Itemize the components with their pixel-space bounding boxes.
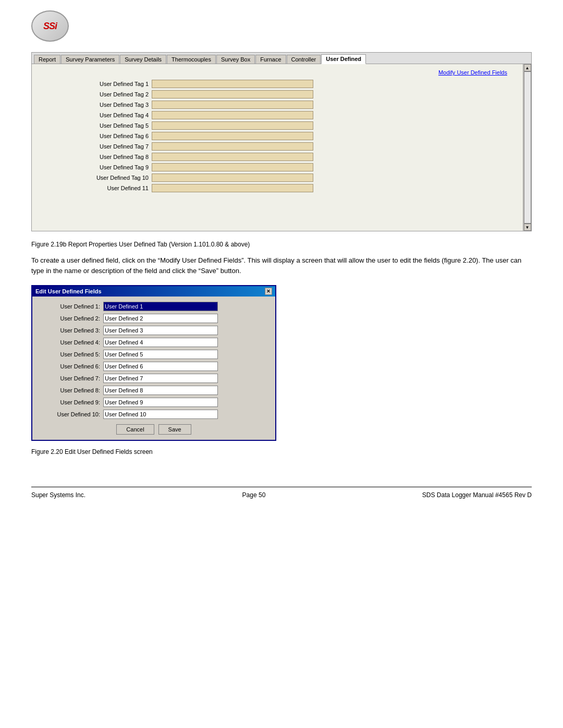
tab-survey-parameters[interactable]: Survey Parameters	[61, 55, 119, 64]
footer-right: SDS Data Logger Manual #4565 Rev D	[422, 491, 532, 499]
page-footer: Super Systems Inc. Page 50 SDS Data Logg…	[31, 487, 532, 499]
tab-user-defined[interactable]: User Defined	[321, 54, 366, 64]
tab-controller[interactable]: Controller	[287, 55, 321, 64]
footer-center: Page 50	[242, 491, 266, 499]
company-logo: SSi	[31, 10, 69, 42]
dialog-field-label-4: User Defined 4:	[41, 339, 103, 346]
dialog-body: User Defined 1:User Defined 2:User Defin…	[32, 297, 275, 440]
tab-field-input-11[interactable]	[152, 184, 313, 192]
scroll-track[interactable]	[524, 71, 531, 224]
dialog-field-row-9: User Defined 9:	[41, 398, 267, 407]
dialog-field-row-1: User Defined 1:	[41, 302, 267, 311]
dialog-field-input-5[interactable]	[103, 350, 218, 359]
tab-field-input-7[interactable]	[152, 142, 313, 151]
save-button[interactable]: Save	[158, 424, 191, 435]
dialog-fields-form: User Defined 1:User Defined 2:User Defin…	[41, 302, 267, 419]
tab-field-input-6[interactable]	[152, 132, 313, 140]
tab-field-row-6: User Defined Tag 6	[37, 132, 518, 140]
edit-user-defined-dialog: Edit User Defined Fields ✕ User Defined …	[31, 285, 276, 441]
cancel-button[interactable]: Cancel	[116, 424, 154, 435]
dialog-field-input-8[interactable]	[103, 386, 218, 395]
tab-field-label-10: User Defined Tag 10	[37, 175, 152, 181]
dialog-field-row-6: User Defined 6:	[41, 362, 267, 371]
figure-2-19b-caption: Figure 2.19b Report Properties User Defi…	[31, 241, 532, 248]
tab-field-row-3: User Defined Tag 3	[37, 101, 518, 109]
logo-area: SSi	[31, 10, 532, 42]
tab-survey-box[interactable]: Survey Box	[216, 55, 255, 64]
tab-content-user-defined: Modify User Defined Fields User Defined …	[32, 64, 531, 231]
tab-field-label-3: User Defined Tag 3	[37, 102, 152, 108]
dialog-field-row-3: User Defined 3:	[41, 326, 267, 335]
tab-field-input-4[interactable]	[152, 111, 313, 119]
dialog-field-label-6: User Defined 6:	[41, 363, 103, 369]
dialog-titlebar: Edit User Defined Fields ✕	[32, 286, 275, 297]
logo-text: SSi	[43, 21, 57, 32]
tab-field-label-7: User Defined Tag 7	[37, 143, 152, 150]
tab-field-label-8: User Defined Tag 8	[37, 154, 152, 160]
tab-field-label-1: User Defined Tag 1	[37, 81, 152, 87]
user-defined-fields-form: User Defined Tag 1User Defined Tag 2User…	[37, 80, 518, 192]
dialog-close-button[interactable]: ✕	[265, 288, 272, 295]
dialog-field-label-10: User Defined 10:	[41, 411, 103, 417]
tab-field-label-5: User Defined Tag 5	[37, 122, 152, 129]
dialog-field-label-7: User Defined 7:	[41, 375, 103, 381]
dialog-buttons: Cancel Save	[41, 424, 267, 435]
tab-report[interactable]: Report	[34, 55, 60, 64]
tab-field-row-8: User Defined Tag 8	[37, 153, 518, 161]
footer-left: Super Systems Inc.	[31, 491, 85, 499]
dialog-field-input-2[interactable]	[103, 314, 218, 323]
tab-field-row-4: User Defined Tag 4	[37, 111, 518, 119]
tab-field-input-3[interactable]	[152, 101, 313, 109]
tab-bar: ReportSurvey ParametersSurvey DetailsThe…	[32, 53, 531, 64]
modify-user-defined-fields-link[interactable]: Modify User Defined Fields	[37, 69, 507, 76]
dialog-field-row-4: User Defined 4:	[41, 338, 267, 347]
scroll-down-button[interactable]: ▼	[524, 224, 531, 231]
tab-field-row-5: User Defined Tag 5	[37, 121, 518, 130]
tab-field-row-9: User Defined Tag 9	[37, 163, 518, 171]
dialog-field-label-3: User Defined 3:	[41, 327, 103, 334]
tab-field-row-10: User Defined Tag 10	[37, 174, 518, 182]
dialog-field-row-7: User Defined 7:	[41, 374, 267, 383]
tab-field-label-2: User Defined Tag 2	[37, 91, 152, 97]
body-paragraph: To create a user defined field, click on…	[31, 255, 532, 276]
tab-field-input-10[interactable]	[152, 174, 313, 182]
dialog-field-input-6[interactable]	[103, 362, 218, 371]
tab-thermocouples[interactable]: Thermocouples	[167, 55, 216, 64]
scroll-up-button[interactable]: ▲	[524, 64, 531, 71]
tab-field-input-2[interactable]	[152, 90, 313, 98]
dialog-field-row-5: User Defined 5:	[41, 350, 267, 359]
tab-field-row-7: User Defined Tag 7	[37, 142, 518, 151]
tab-field-label-11: User Defined 11	[37, 185, 152, 191]
dialog-field-label-9: User Defined 9:	[41, 399, 103, 405]
tab-field-input-1[interactable]	[152, 80, 313, 88]
dialog-field-input-3[interactable]	[103, 326, 218, 335]
dialog-field-row-2: User Defined 2:	[41, 314, 267, 323]
tab-field-label-4: User Defined Tag 4	[37, 112, 152, 118]
dialog-field-row-10: User Defined 10:	[41, 410, 267, 419]
dialog-field-label-2: User Defined 2:	[41, 315, 103, 322]
dialog-field-input-7[interactable]	[103, 374, 218, 383]
tab-field-row-11: User Defined 11	[37, 184, 518, 192]
dialog-field-input-1[interactable]	[103, 302, 218, 311]
dialog-title: Edit User Defined Fields	[35, 288, 102, 294]
dialog-field-label-8: User Defined 8:	[41, 387, 103, 393]
tab-field-input-9[interactable]	[152, 163, 313, 171]
figure-2-20-caption: Figure 2.20 Edit User Defined Fields scr…	[31, 448, 532, 455]
tab-panel: ReportSurvey ParametersSurvey DetailsThe…	[31, 52, 532, 231]
tab-field-label-6: User Defined Tag 6	[37, 133, 152, 139]
scrollbar[interactable]: ▲ ▼	[523, 64, 531, 231]
dialog-field-label-1: User Defined 1:	[41, 303, 103, 310]
tab-field-input-8[interactable]	[152, 153, 313, 161]
dialog-field-label-5: User Defined 5:	[41, 351, 103, 357]
tab-furnace[interactable]: Furnace	[255, 55, 286, 64]
tab-field-row-2: User Defined Tag 2	[37, 90, 518, 98]
tab-survey-details[interactable]: Survey Details	[120, 55, 166, 64]
dialog-field-input-10[interactable]	[103, 410, 218, 419]
dialog-field-input-9[interactable]	[103, 398, 218, 407]
tab-field-label-9: User Defined Tag 9	[37, 164, 152, 170]
dialog-field-row-8: User Defined 8:	[41, 386, 267, 395]
dialog-field-input-4[interactable]	[103, 338, 218, 347]
tab-field-row-1: User Defined Tag 1	[37, 80, 518, 88]
tab-field-input-5[interactable]	[152, 121, 313, 130]
